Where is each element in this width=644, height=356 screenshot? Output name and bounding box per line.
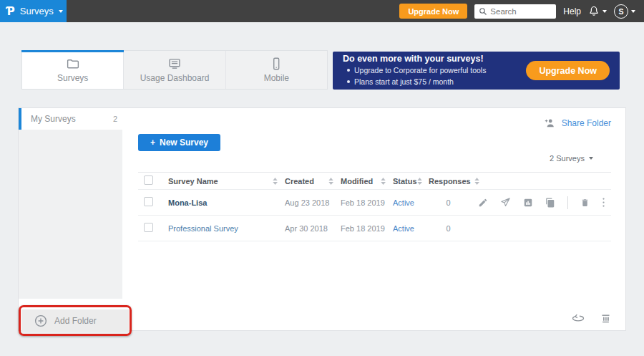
row-checkbox[interactable] bbox=[144, 223, 153, 232]
survey-name-link[interactable]: Mona-Lisa bbox=[168, 198, 285, 207]
column-label: Responses bbox=[429, 177, 471, 186]
promo-text: Do even more with your surveys! Upgrade … bbox=[343, 54, 486, 87]
status-badge[interactable]: Active bbox=[393, 224, 429, 233]
promo-bullet: Upgrade to Corporate for powerful tools bbox=[343, 65, 486, 76]
tab-label: Usage Dashboard bbox=[140, 73, 210, 83]
created-date: Apr 30 2018 bbox=[285, 224, 341, 233]
add-folder-label: Add Folder bbox=[54, 316, 97, 326]
tab-surveys[interactable]: Surveys bbox=[22, 51, 124, 89]
surveys-count-dropdown[interactable]: 2 Surveys bbox=[550, 154, 593, 163]
column-label: Survey Name bbox=[168, 177, 218, 186]
promo-bullet: Plans start at just $75 / month bbox=[343, 77, 486, 87]
banner-upgrade-button[interactable]: Upgrade Now bbox=[526, 61, 610, 80]
responses-count: 0 bbox=[429, 224, 468, 233]
send-paper-plane-icon[interactable] bbox=[500, 197, 511, 208]
folder-list-area bbox=[19, 130, 122, 299]
restore-loop-icon[interactable] bbox=[572, 314, 585, 324]
table-header-row: Survey Name Created Modified Status bbox=[138, 172, 611, 190]
chevron-down-icon bbox=[602, 10, 607, 13]
product-menu-label: Surveys bbox=[20, 6, 54, 16]
person-plus-icon bbox=[544, 117, 556, 128]
column-header-status[interactable]: Status bbox=[393, 177, 429, 186]
column-label: Status bbox=[393, 177, 417, 186]
notifications-button[interactable] bbox=[588, 5, 607, 17]
help-link[interactable]: Help bbox=[563, 6, 581, 16]
mobile-icon bbox=[269, 57, 283, 70]
copy-icon[interactable] bbox=[545, 198, 555, 208]
chevron-down-icon bbox=[631, 10, 635, 13]
screen: Ƥ Surveys Upgrade Now Help S Surveys bbox=[0, 0, 644, 356]
report-chart-icon[interactable] bbox=[523, 198, 533, 208]
chevron-down-icon bbox=[59, 10, 63, 13]
app-logo-icon: Ƥ bbox=[6, 5, 15, 18]
avatar: S bbox=[614, 4, 628, 19]
topbar-right: Upgrade Now Help S bbox=[399, 4, 644, 19]
plus-icon: + bbox=[150, 138, 155, 148]
search-input[interactable] bbox=[490, 7, 551, 16]
panel-footer-actions bbox=[572, 313, 611, 324]
column-header-responses[interactable]: Responses bbox=[429, 177, 472, 186]
upgrade-now-button[interactable]: Upgrade Now bbox=[399, 4, 467, 19]
tab-label: Mobile bbox=[264, 73, 289, 83]
column-label: Created bbox=[285, 177, 314, 186]
surveys-table: Survey Name Created Modified Status bbox=[138, 172, 611, 241]
select-all-checkbox[interactable] bbox=[144, 175, 153, 185]
row-actions bbox=[472, 196, 611, 209]
table-row: Professional Survey Apr 30 2018 Feb 18 2… bbox=[138, 216, 611, 241]
folder-count: 2 bbox=[113, 115, 117, 123]
bell-icon bbox=[588, 5, 600, 17]
tab-usage-dashboard[interactable]: Usage Dashboard bbox=[124, 51, 225, 89]
dashboard-icon bbox=[167, 57, 182, 70]
account-menu[interactable]: S bbox=[614, 4, 635, 19]
sort-icon[interactable] bbox=[417, 178, 422, 185]
top-navigation-bar: Ƥ Surveys Upgrade Now Help S bbox=[0, 0, 644, 22]
column-header-created[interactable]: Created bbox=[285, 177, 341, 186]
row-checkbox[interactable] bbox=[144, 197, 153, 206]
search-box[interactable] bbox=[474, 4, 556, 19]
more-options-icon[interactable] bbox=[602, 197, 605, 208]
surveys-content: Share Folder + New Survey 2 Surveys Surv… bbox=[126, 108, 625, 330]
modified-date: Feb 18 2019 bbox=[341, 198, 393, 207]
module-tabs: Surveys Usage Dashboard Mobile bbox=[21, 50, 328, 90]
column-label: Modified bbox=[341, 177, 373, 186]
modified-date: Feb 18 2019 bbox=[341, 224, 393, 233]
new-survey-label: New Survey bbox=[160, 138, 208, 148]
survey-name-link[interactable]: Professional Survey bbox=[168, 224, 285, 233]
sidebar-item-my-surveys[interactable]: My Surveys 2 bbox=[19, 108, 126, 130]
plus-circle-icon bbox=[34, 314, 47, 327]
recycle-bin-icon[interactable] bbox=[600, 313, 611, 324]
add-folder-button[interactable]: Add Folder bbox=[21, 309, 129, 332]
edit-pencil-icon[interactable] bbox=[478, 198, 488, 208]
created-date: Aug 23 2018 bbox=[285, 198, 341, 207]
actions-divider bbox=[567, 196, 568, 209]
folder-label: My Surveys bbox=[31, 114, 76, 124]
sort-icon[interactable] bbox=[273, 178, 278, 185]
new-survey-button[interactable]: + New Survey bbox=[138, 134, 220, 151]
delete-trash-icon[interactable] bbox=[580, 198, 590, 208]
status-badge[interactable]: Active bbox=[393, 198, 429, 207]
sort-icon[interactable] bbox=[328, 178, 333, 185]
sort-icon[interactable] bbox=[381, 178, 386, 185]
chevron-down-icon bbox=[589, 157, 593, 160]
tab-mobile[interactable]: Mobile bbox=[226, 51, 327, 89]
folders-sidebar: My Surveys 2 Add Folder bbox=[19, 108, 126, 330]
promo-banner: Do even more with your surveys! Upgrade … bbox=[333, 52, 620, 90]
tab-label: Surveys bbox=[57, 73, 88, 83]
column-header-survey-name[interactable]: Survey Name bbox=[168, 177, 285, 186]
column-header-modified[interactable]: Modified bbox=[341, 177, 393, 186]
promo-title: Do even more with your surveys! bbox=[343, 54, 486, 64]
responses-count: 0 bbox=[429, 198, 468, 207]
surveys-count-label: 2 Surveys bbox=[550, 154, 585, 163]
search-icon bbox=[479, 7, 487, 16]
share-folder-button[interactable]: Share Folder bbox=[544, 117, 611, 128]
promo-bullets: Upgrade to Corporate for powerful tools … bbox=[343, 65, 486, 87]
sort-icon[interactable] bbox=[474, 178, 479, 185]
product-menu[interactable]: Ƥ Surveys bbox=[0, 0, 67, 22]
surveys-panel: My Surveys 2 Add Folder Share Folder + N… bbox=[18, 107, 626, 331]
share-folder-label: Share Folder bbox=[562, 118, 611, 128]
folder-icon bbox=[66, 57, 80, 70]
table-row: Mona-Lisa Aug 23 2018 Feb 18 2019 Active… bbox=[138, 190, 611, 216]
